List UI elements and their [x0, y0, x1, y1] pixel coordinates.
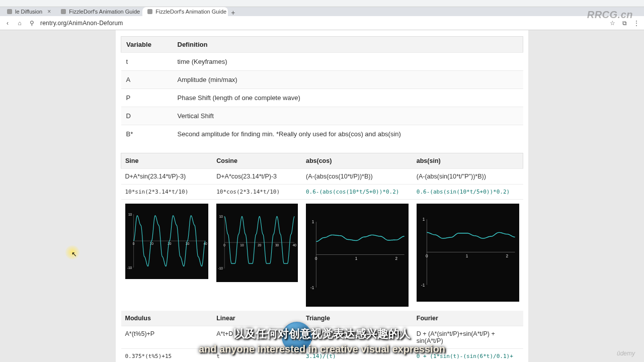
favicon-icon [7, 9, 12, 14]
svg-text:-1: -1 [310, 286, 314, 290]
site-info-icon[interactable]: ⚲ [28, 20, 35, 27]
definition-cell: Second amplitude for finding min. *Reall… [173, 125, 523, 143]
new-tab-button[interactable]: + [229, 9, 237, 16]
watermark-top-right: RRCG.cn [587, 9, 633, 21]
function-table: Sine Cosine abs(cos) abs(sin) D+A*sin(23… [121, 153, 523, 362]
svg-text:2: 2 [395, 256, 397, 261]
svg-text:-1: -1 [421, 283, 425, 288]
table-header-variable: Variable [121, 37, 173, 53]
table-row: DVertical Shift [121, 107, 523, 125]
fn-formula: (A-(abs(cos(10*t/P))*B)) [302, 169, 413, 185]
svg-text:10: 10 [128, 213, 132, 216]
svg-text:0: 0 [224, 243, 226, 247]
svg-text:10: 10 [240, 243, 245, 247]
definition-cell: time (Keyframes) [173, 53, 523, 71]
page-content: Variable Definition ttime (Keyframes)AAm… [116, 30, 528, 362]
tab-title: le Diffusion [15, 9, 42, 15]
table-row: 0.375*(t%5)+15 t 3.14)/(t) 0 + (1*sin(t)… [121, 349, 523, 363]
fn-formula: 2 + 2("A"))/3.14*arcsin(sin((2*3.14)/ "P… [302, 326, 413, 349]
fn-formula: D+A*cos(23.14*t/P)-3 [212, 169, 302, 185]
tab-strip: le Diffusion × FizzleDorf's Animation Gu… [0, 7, 644, 16]
browser-tab-active[interactable]: FizzleDorf's Animation Guide - × [142, 7, 228, 16]
table-row: ttime (Keyframes) [121, 53, 523, 71]
fn-code: 0.6-(abs(sin(10*t/5+0))*0.2) [413, 185, 523, 200]
svg-text:30: 30 [185, 242, 189, 245]
svg-text:20: 20 [168, 242, 172, 245]
table-row: D+A*sin(23.14*t/P)-3) D+A*cos(23.14*t/P)… [121, 169, 523, 185]
svg-text:1: 1 [466, 254, 468, 258]
variable-cell: P [121, 89, 173, 107]
browser-tab[interactable]: FizzleDorf's Animation Guide - × [56, 7, 141, 16]
svg-text:0: 0 [132, 242, 134, 245]
fn-header: abs(sin) [413, 153, 523, 169]
svg-text:40: 40 [293, 243, 297, 247]
fn-header: Fourier [413, 311, 523, 326]
abssin-plot: 012-11 [417, 204, 519, 302]
fn-code: t [212, 349, 302, 363]
variable-cell: A [121, 71, 173, 89]
abscos-plot: 012-11 [306, 204, 409, 307]
fn-formula: A*(t%5)+P [121, 326, 213, 349]
definition-cell: Phase Shift (length of one complete wave… [173, 89, 523, 107]
udemy-watermark: ûdemy [617, 350, 635, 357]
variable-cell: D [121, 107, 173, 125]
cosine-plot: 010203040-1010 [216, 204, 298, 282]
fn-code: 0.6-(abs(cos(10*t/5+0))*0.2) [302, 185, 413, 200]
table-row: A*(t%5)+P A*t+D 2 + 2("A"))/3.14*arcsin(… [121, 326, 523, 349]
variable-cell: B* [121, 125, 173, 143]
fn-header: Triangle [302, 311, 413, 326]
svg-text:1: 1 [423, 217, 425, 222]
fn-code: 10*cos(2*3.14*t/10) [212, 185, 302, 200]
cursor-arrow-icon: ↖ [71, 250, 77, 258]
fn-header: Cosine [212, 153, 302, 169]
table-row: 10*sin(2*3.14*t/10) 10*cos(2*3.14*t/10) … [121, 185, 523, 200]
svg-text:30: 30 [275, 243, 279, 247]
svg-text:-10: -10 [218, 266, 223, 270]
fn-header: Sine [121, 153, 213, 169]
fn-formula: D + (A*(sin*t/P)+sin(A*t/P) + sin(A*t/P) [413, 326, 523, 349]
svg-text:0: 0 [315, 256, 317, 261]
close-icon[interactable]: × [47, 8, 51, 15]
back-icon[interactable]: ‹ [4, 20, 11, 27]
svg-text:1: 1 [312, 220, 314, 224]
definition-cell: Amplitude (min/max) [173, 71, 523, 89]
svg-text:10: 10 [149, 242, 153, 245]
svg-text:20: 20 [258, 243, 262, 247]
variable-cell: t [121, 53, 173, 71]
fn-code: 0 + (1*sin(t)-(sin(6*t)/0.1)+ [413, 349, 523, 363]
table-row: AAmplitude (min/max) [121, 71, 523, 89]
table-row: B*Second amplitude for finding min. *Rea… [121, 125, 523, 143]
tab-title: FizzleDorf's Animation Guide - [155, 9, 228, 15]
browser-tab[interactable]: le Diffusion × [2, 7, 55, 16]
variable-definition-table: Variable Definition ttime (Keyframes)AAm… [121, 36, 523, 143]
favicon-icon [61, 9, 66, 14]
svg-text:-10: -10 [127, 266, 132, 269]
logo-badge: R [282, 322, 312, 352]
svg-text:0: 0 [426, 254, 428, 258]
fn-header: abs(cos) [302, 153, 413, 169]
svg-text:1: 1 [355, 256, 358, 261]
svg-text:40: 40 [203, 242, 207, 245]
home-icon[interactable]: ⌂ [16, 20, 23, 27]
svg-text:10: 10 [219, 215, 223, 218]
table-header-definition: Definition [173, 37, 523, 53]
fn-code: 10*sin(2*3.14*t/10) [121, 185, 213, 200]
sine-plot: 010203040-1010 [125, 204, 209, 279]
table-row: 010203040-1010 010203040-1010 012-11 012… [121, 200, 523, 311]
table-row: PPhase Shift (length of one complete wav… [121, 89, 523, 107]
fn-header: Modulus [121, 311, 213, 326]
fn-formula: (A-(abs(sin(10*t/"P"))*B)) [413, 169, 523, 185]
address-bar: ‹ ⌂ ⚲ rentry.org/AnimAnon-Deforum ☆ ⧉ ⋮ [0, 16, 644, 30]
fn-code: 0.375*(t%5)+15 [121, 349, 213, 363]
menu-icon[interactable]: ⋮ [633, 20, 640, 27]
table-row: Modulus Linear Triangle Fourier [121, 311, 523, 326]
url-display[interactable]: rentry.org/AnimAnon-Deforum [40, 20, 604, 27]
fn-formula: D+A*sin(23.14*t/P)-3) [121, 169, 213, 185]
fn-code: 3.14)/(t) [302, 349, 413, 363]
favicon-icon [147, 9, 152, 14]
svg-text:2: 2 [506, 254, 508, 258]
tab-title: FizzleDorf's Animation Guide - [69, 9, 141, 15]
definition-cell: Vertical Shift [173, 107, 523, 125]
